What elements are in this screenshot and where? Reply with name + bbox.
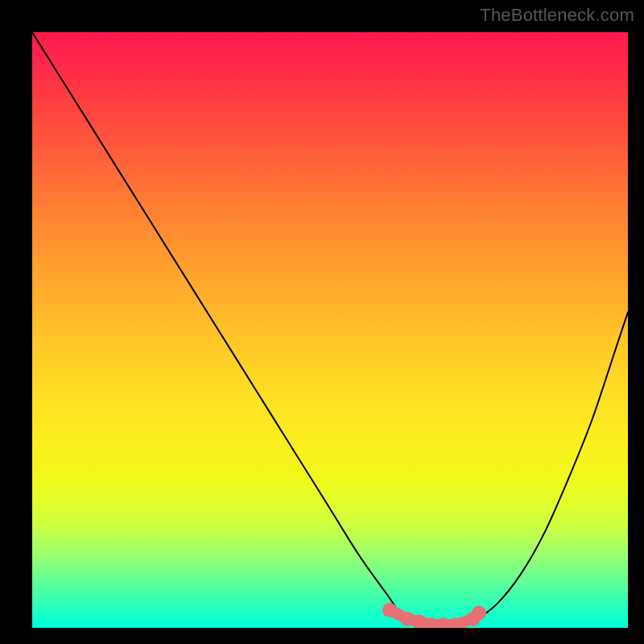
watermark-text: TheBottleneck.com — [480, 5, 634, 26]
bottleneck-curve — [32, 32, 628, 628]
floor-marker — [472, 606, 486, 621]
chart-frame: TheBottleneck.com — [0, 0, 644, 644]
chart-svg — [32, 32, 628, 628]
floor-markers — [382, 603, 486, 628]
plot-area — [32, 32, 628, 628]
floor-marker — [382, 603, 397, 617]
